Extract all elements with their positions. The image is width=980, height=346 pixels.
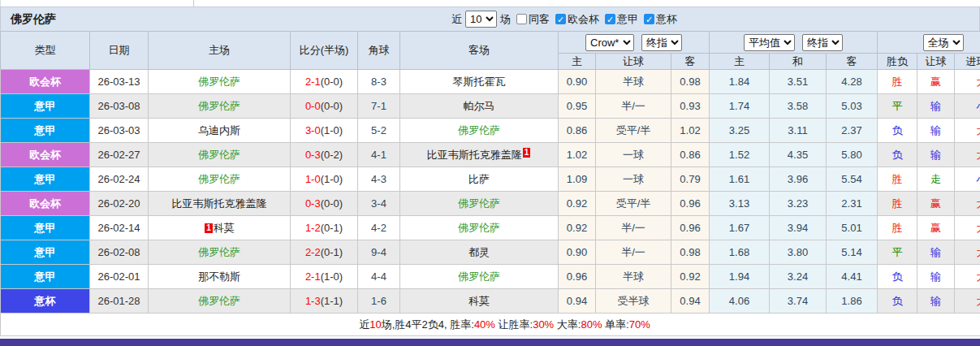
handicap-result: 赢 bbox=[917, 70, 955, 94]
europe-odds: 1.94 bbox=[710, 265, 770, 289]
asia-handicap: 半/一 bbox=[596, 240, 671, 265]
league-badge: 意甲 bbox=[1, 240, 90, 265]
match-row: 意甲26-02-08佛罗伦萨2-2(0-1)9-4都灵0.90半/一0.981.… bbox=[1, 240, 980, 265]
recent-count-select[interactable]: 10 bbox=[465, 11, 497, 28]
goals-result: 小 bbox=[955, 94, 980, 119]
asia-odds: 0.90 bbox=[559, 240, 596, 265]
europe-odds: 3.13 bbox=[710, 192, 770, 216]
scope-select[interactable]: 全场 bbox=[923, 34, 964, 51]
match-row: 意杯26-01-28佛罗伦萨1-3(1-1)1-6科莫0.94受半球0.944.… bbox=[1, 289, 980, 314]
asia-odds: 0.96 bbox=[559, 265, 596, 289]
score-cell: 1-0(1-0) bbox=[291, 167, 358, 192]
away-team-cell: 佛罗伦萨 bbox=[400, 119, 559, 143]
europe-odds: 3.51 bbox=[770, 70, 827, 94]
handicap-result: 输 bbox=[917, 265, 955, 289]
col-header-asia-home: 主 bbox=[559, 54, 596, 70]
home-team-cell: 那不勒斯 bbox=[149, 265, 291, 289]
league-filters: 同客✓欧会杯✓意甲✓意杯 bbox=[511, 12, 677, 27]
score-cell: 0-3(0-2) bbox=[291, 143, 358, 167]
home-team-name: 佛罗伦萨 bbox=[198, 100, 240, 112]
asia-handicap: 受平/半 bbox=[596, 119, 671, 143]
col-header-home: 主场 bbox=[149, 32, 291, 70]
home-team-name: 那不勒斯 bbox=[198, 270, 240, 283]
home-team-cell: 1科莫 bbox=[149, 216, 291, 240]
summary-row: 近10场,胜4平2负4, 胜率:40% 让胜率:30% 大率:80% 单率:70… bbox=[1, 314, 980, 336]
match-date: 26-02-08 bbox=[90, 240, 149, 265]
match-result: 胜 bbox=[878, 216, 917, 240]
same-away-checkbox[interactable] bbox=[516, 14, 527, 24]
corners: 5-2 bbox=[358, 119, 400, 143]
serie-a-checkbox[interactable]: ✓ bbox=[605, 14, 615, 24]
score-cell: 3-0(1-0) bbox=[291, 119, 358, 143]
away-team-name: 佛罗伦萨 bbox=[458, 197, 500, 210]
europe-odds: 5.03 bbox=[827, 94, 878, 119]
league-badge: 意甲 bbox=[1, 216, 90, 240]
league-badge: 意甲 bbox=[1, 94, 90, 119]
games-label: 场 bbox=[500, 12, 511, 27]
match-row: 意甲26-02-01那不勒斯2-1(1-0)4-4佛罗伦萨0.96半球0.921… bbox=[1, 265, 980, 289]
handicap-result: 赢 bbox=[917, 216, 955, 240]
home-team-name: 佛罗伦萨 bbox=[198, 76, 240, 88]
asia-odds: 0.90 bbox=[559, 70, 596, 94]
match-row: 欧会杯26-03-13佛罗伦萨2-1(0-0)8-3琴斯托霍瓦0.90半球0.9… bbox=[1, 70, 980, 94]
score-cell: 1-3(1-1) bbox=[291, 289, 358, 314]
europe-source-select[interactable]: 平均值 bbox=[744, 34, 795, 51]
home-team-cell: 佛罗伦萨 bbox=[149, 70, 291, 94]
col-header-type: 类型 bbox=[1, 32, 90, 70]
asia-odds: 1.02 bbox=[671, 119, 710, 143]
bottom-bar bbox=[0, 339, 980, 346]
corners: 1-6 bbox=[358, 289, 400, 314]
away-team-cell: 佛罗伦萨 bbox=[400, 216, 559, 240]
away-team-name: 都灵 bbox=[468, 246, 490, 258]
away-team-name: 佛罗伦萨 bbox=[458, 222, 500, 234]
europe-odds: 4.35 bbox=[770, 143, 827, 167]
europe-odds: 3.24 bbox=[770, 265, 827, 289]
home-team-name: 科莫 bbox=[214, 222, 235, 234]
match-result: 平 bbox=[878, 240, 917, 265]
match-result: 胜 bbox=[878, 192, 917, 216]
europa-conference-checkbox[interactable]: ✓ bbox=[555, 14, 566, 24]
league-badge: 欧会杯 bbox=[1, 143, 90, 167]
score-cell: 2-1(1-0) bbox=[291, 265, 358, 289]
europe-stage-select[interactable]: 终指 bbox=[802, 34, 843, 51]
handicap-result: 输 bbox=[917, 94, 955, 119]
match-date: 26-01-28 bbox=[90, 289, 149, 314]
europe-odds-group: 平均值 终指 bbox=[710, 32, 878, 54]
europe-odds: 1.68 bbox=[710, 240, 770, 265]
asia-handicap: 受半球 bbox=[596, 289, 671, 314]
divider bbox=[193, 0, 194, 6]
away-team-cell: 比萨 bbox=[400, 167, 559, 192]
coppa-italia-checkbox-label: 意杯 bbox=[656, 12, 677, 27]
col-header-euro-home: 主 bbox=[710, 54, 770, 70]
away-team-name: 帕尔马 bbox=[464, 100, 495, 112]
home-team-cell: 佛罗伦萨 bbox=[149, 94, 291, 119]
coppa-italia-checkbox[interactable]: ✓ bbox=[644, 14, 654, 24]
asia-odds: 0.94 bbox=[559, 289, 596, 314]
europe-odds: 1.61 bbox=[710, 167, 770, 192]
europe-odds: 3.94 bbox=[770, 216, 827, 240]
away-team-cell: 比亚韦斯托克雅盖隆1 bbox=[400, 143, 559, 167]
serie-a-checkbox-label: 意甲 bbox=[617, 12, 638, 27]
red-card-icon: 1 bbox=[523, 148, 531, 158]
home-team-cell: 佛罗伦萨 bbox=[149, 289, 291, 314]
europe-odds: 1.74 bbox=[710, 94, 770, 119]
asia-source-select[interactable]: Crow* bbox=[585, 34, 634, 51]
match-row: 意甲26-02-24佛罗伦萨1-0(1-0)4-3比萨1.09一球0.791.6… bbox=[1, 167, 980, 192]
europe-odds: 5.80 bbox=[827, 143, 878, 167]
europe-odds: 3.11 bbox=[770, 119, 827, 143]
col-header-away: 客场 bbox=[400, 32, 559, 70]
asia-stage-select[interactable]: 终指 bbox=[641, 34, 682, 51]
home-team-name: 佛罗伦萨 bbox=[198, 173, 240, 185]
col-header-asia-handicap: 让球 bbox=[596, 54, 671, 70]
match-row: 意甲26-03-03乌迪内斯3-0(1-0)5-2佛罗伦萨0.86受平/半1.0… bbox=[1, 119, 980, 143]
away-team-name: 科莫 bbox=[468, 295, 490, 307]
asia-odds: 0.79 bbox=[671, 167, 710, 192]
europe-odds: 3.25 bbox=[710, 119, 770, 143]
asia-odds: 0.92 bbox=[671, 265, 710, 289]
summary-text: 近10场,胜4平2负4, 胜率:40% 让胜率:30% 大率:80% 单率:70… bbox=[359, 318, 650, 331]
asia-handicap: 一球 bbox=[596, 167, 671, 192]
league-badge: 意甲 bbox=[1, 167, 90, 192]
result-group: 全场 bbox=[878, 32, 980, 54]
match-row: 欧会杯26-02-20比亚韦斯托克雅盖隆0-3(0-0)3-4佛罗伦萨0.92受… bbox=[1, 192, 980, 216]
match-result: 负 bbox=[878, 143, 917, 167]
